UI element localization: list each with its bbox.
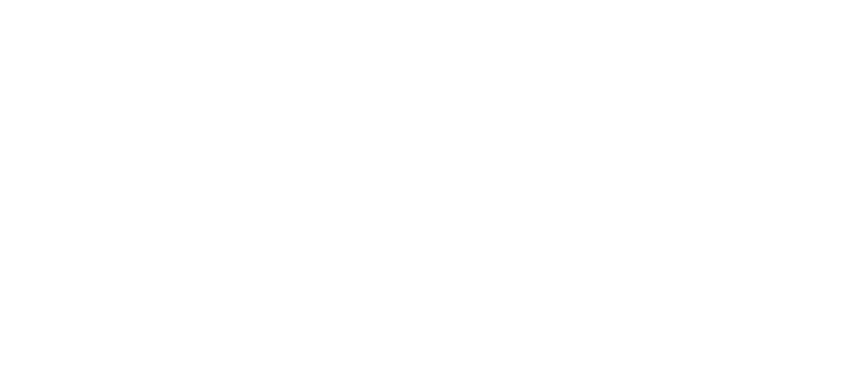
edge-layer — [0, 0, 868, 390]
